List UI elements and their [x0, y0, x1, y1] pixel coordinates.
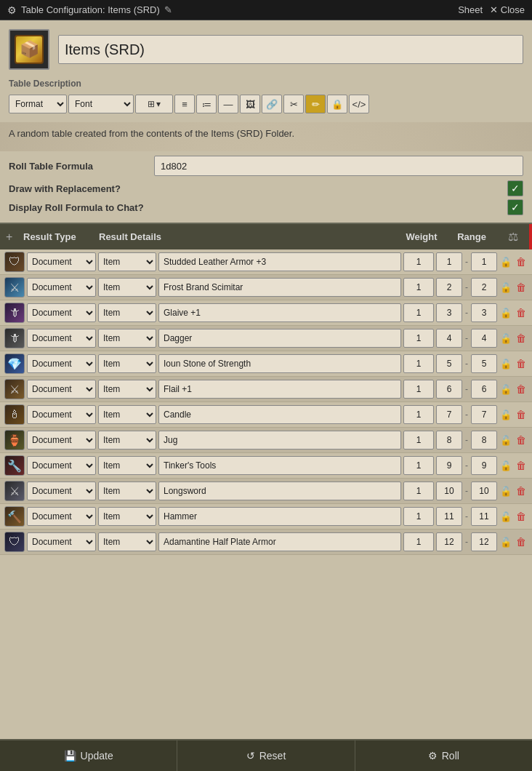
sort-icon[interactable]: ⚖ [500, 230, 526, 244]
row-subtype-select[interactable]: ItemSpellActorFeat [98, 431, 156, 450]
link-btn[interactable]: 🔗 [262, 95, 282, 113]
row-lock-button[interactable]: 🔓 [499, 254, 512, 270]
row-range-start-input[interactable] [436, 431, 462, 450]
roll-button[interactable]: ⚙ Roll [355, 740, 532, 771]
row-range-start-input[interactable] [436, 456, 462, 475]
row-details-input[interactable] [158, 329, 401, 348]
table-title-input[interactable] [58, 35, 523, 64]
row-delete-button[interactable]: 🗑 [515, 407, 528, 423]
row-subtype-select[interactable]: ItemSpellActorFeat [98, 532, 156, 551]
row-range-end-input[interactable] [471, 354, 497, 373]
row-details-input[interactable] [158, 354, 401, 373]
row-range-start-input[interactable] [436, 482, 462, 500]
row-details-input[interactable] [158, 303, 401, 322]
row-delete-button[interactable]: 🗑 [515, 279, 528, 295]
draw-replacement-checkbox[interactable]: ✓ [507, 180, 523, 196]
lock-btn[interactable]: 🔒 [327, 95, 347, 113]
close-button[interactable]: ✕ Close [490, 4, 525, 15]
row-delete-button[interactable]: 🗑 [515, 381, 528, 397]
row-lock-button[interactable]: 🔓 [499, 356, 512, 372]
row-delete-button[interactable]: 🗑 [515, 458, 528, 474]
row-details-input[interactable] [158, 532, 401, 551]
row-delete-button[interactable]: 🗑 [515, 534, 528, 550]
code-btn[interactable]: </> [349, 95, 369, 113]
row-details-input[interactable] [158, 405, 401, 424]
row-weight-input[interactable] [403, 252, 434, 271]
row-delete-button[interactable]: 🗑 [515, 432, 528, 448]
row-type-select[interactable]: DocumentTextRoll [27, 405, 96, 424]
row-lock-button[interactable]: 🔓 [499, 508, 512, 524]
row-range-end-input[interactable] [471, 252, 497, 271]
row-weight-input[interactable] [403, 303, 434, 322]
row-lock-button[interactable]: 🔓 [499, 432, 512, 448]
row-range-end-input[interactable] [471, 482, 497, 500]
row-range-end-input[interactable] [471, 278, 497, 297]
table-btn[interactable]: ⊞ ▾ [135, 95, 173, 113]
row-subtype-select[interactable]: ItemSpellActorFeat [98, 482, 156, 500]
row-type-select[interactable]: DocumentTextRoll [27, 380, 96, 399]
row-weight-input[interactable] [403, 380, 434, 399]
row-range-end-input[interactable] [471, 507, 497, 526]
row-range-end-input[interactable] [471, 303, 497, 322]
row-range-start-input[interactable] [436, 405, 462, 424]
edit-icon[interactable]: ✎ [164, 4, 172, 15]
row-details-input[interactable] [158, 456, 401, 475]
row-weight-input[interactable] [403, 354, 434, 373]
row-range-start-input[interactable] [436, 380, 462, 399]
row-range-end-input[interactable] [471, 532, 497, 551]
row-lock-button[interactable]: 🔓 [499, 330, 512, 346]
row-range-start-input[interactable] [436, 354, 462, 373]
roll-formula-input[interactable] [154, 156, 523, 176]
row-type-select[interactable]: DocumentTextRoll [27, 354, 96, 373]
row-delete-button[interactable]: 🗑 [515, 356, 528, 372]
row-weight-input[interactable] [403, 482, 434, 500]
row-details-input[interactable] [158, 507, 401, 526]
row-range-start-input[interactable] [436, 252, 462, 271]
row-details-input[interactable] [158, 482, 401, 500]
row-delete-button[interactable]: 🗑 [515, 483, 528, 499]
row-weight-input[interactable] [403, 456, 434, 475]
display-formula-checkbox[interactable]: ✓ [507, 199, 523, 215]
row-range-start-input[interactable] [436, 278, 462, 297]
row-subtype-select[interactable]: ItemSpellActorFeat [98, 354, 156, 373]
row-weight-input[interactable] [403, 329, 434, 348]
row-details-input[interactable] [158, 252, 401, 271]
row-type-select[interactable]: DocumentTextRoll [27, 507, 96, 526]
row-range-start-input[interactable] [436, 329, 462, 348]
row-type-select[interactable]: DocumentTextRoll [27, 431, 96, 450]
row-weight-input[interactable] [403, 405, 434, 424]
row-range-end-input[interactable] [471, 329, 497, 348]
ordered-list-btn[interactable]: ≔ [196, 95, 217, 113]
row-details-input[interactable] [158, 278, 401, 297]
row-lock-button[interactable]: 🔓 [499, 483, 512, 499]
highlight-btn[interactable]: ✏ [305, 95, 326, 113]
row-weight-input[interactable] [403, 507, 434, 526]
row-lock-button[interactable]: 🔓 [499, 279, 512, 295]
row-subtype-select[interactable]: ItemSpellActorFeat [98, 380, 156, 399]
row-range-end-input[interactable] [471, 431, 497, 450]
row-subtype-select[interactable]: ItemSpellActorFeat [98, 405, 156, 424]
row-weight-input[interactable] [403, 532, 434, 551]
image-btn[interactable]: 🖼 [240, 95, 260, 113]
row-lock-button[interactable]: 🔓 [499, 534, 512, 550]
row-delete-button[interactable]: 🗑 [515, 330, 528, 346]
row-type-select[interactable]: DocumentTextRoll [27, 303, 96, 322]
reset-button[interactable]: ↺ Reset [177, 740, 355, 771]
add-row-button[interactable]: + [6, 231, 20, 244]
row-range-start-input[interactable] [436, 532, 462, 551]
row-type-select[interactable]: DocumentTextRoll [27, 329, 96, 348]
format-select[interactable]: Format [9, 95, 67, 113]
row-type-select[interactable]: DocumentTextRoll [27, 482, 96, 500]
row-subtype-select[interactable]: ItemSpellActorFeat [98, 329, 156, 348]
hr-btn[interactable]: — [218, 95, 238, 113]
row-subtype-select[interactable]: ItemSpellActorFeat [98, 252, 156, 271]
row-range-end-input[interactable] [471, 456, 497, 475]
row-details-input[interactable] [158, 380, 401, 399]
row-range-end-input[interactable] [471, 380, 497, 399]
row-delete-button[interactable]: 🗑 [515, 254, 528, 270]
row-type-select[interactable]: DocumentTextRoll [27, 532, 96, 551]
row-delete-button[interactable]: 🗑 [515, 508, 528, 524]
row-subtype-select[interactable]: ItemSpellActorFeat [98, 303, 156, 322]
row-weight-input[interactable] [403, 431, 434, 450]
row-lock-button[interactable]: 🔓 [499, 305, 512, 321]
